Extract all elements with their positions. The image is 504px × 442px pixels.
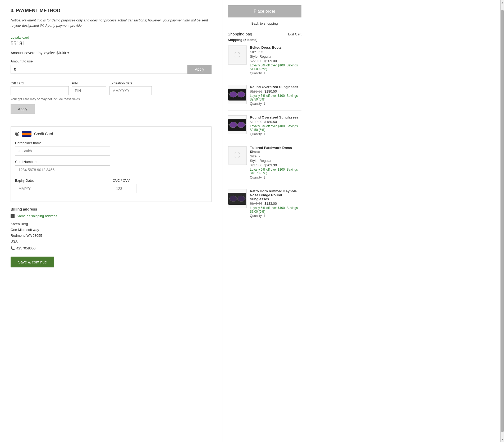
price-original: $214.00 — [250, 163, 262, 167]
cvc-input[interactable] — [113, 184, 136, 193]
credit-card-label: Credit Card — [34, 132, 53, 136]
loyalty-discount: Loyalty 5% off over $100: Savings $9.50 … — [250, 124, 301, 132]
item-price-row: $190.00 $180.50 — [250, 120, 301, 124]
loyalty-apply-button[interactable]: Apply — [187, 65, 212, 74]
item-quantity: Quantity: 1 — [250, 132, 301, 136]
billing-phone-row: 📞 4257058000 — [11, 245, 212, 251]
item-details: Belted Dress Boots Size: 6.5Style: Regul… — [250, 45, 301, 75]
amount-covered-row: Amount covered by loyalty: $0.00 ▾ — [11, 51, 212, 55]
expiration-field: Expiration date — [109, 81, 152, 95]
svg-line-3 — [228, 94, 230, 94]
expiration-input[interactable] — [109, 86, 152, 95]
svg-point-6 — [237, 122, 245, 128]
item-name: Round Oversized Sunglasses — [250, 115, 301, 119]
svg-point-5 — [230, 122, 237, 128]
same-as-shipping-checkbox[interactable]: ✓ — [11, 214, 15, 218]
item-image-placeholder: ⛶ — [228, 46, 246, 64]
shipping-label: Shipping (5 items) — [228, 38, 301, 42]
item-image — [228, 189, 247, 208]
card-stripe — [22, 133, 31, 135]
svg-line-4 — [245, 94, 246, 94]
save-continue-button[interactable]: Save & continue — [11, 257, 54, 267]
amount-to-use-label: Amount to use — [11, 59, 212, 63]
cart-item: Round Oversized Sunglasses $190.00 $180.… — [228, 85, 301, 111]
item-name: Retro Horn Rimmed Keyhole Nose Bridge Ro… — [250, 189, 301, 201]
gift-card-field: Gift card — [11, 81, 69, 95]
item-details: Round Oversized Sunglasses $190.00 $180.… — [250, 85, 301, 106]
cardholder-input[interactable] — [15, 147, 110, 156]
item-quantity: Quantity: 1 — [250, 102, 301, 106]
scroll-down-arrow[interactable]: ▼ — [500, 437, 504, 442]
item-name: Round Oversized Sunglasses — [250, 85, 301, 89]
svg-line-9 — [245, 124, 246, 125]
cart-item: Round Oversized Sunglasses $190.00 $180.… — [228, 115, 301, 141]
section-title: 3. PAYMENT METHOD — [11, 8, 212, 13]
gift-card-apply-button[interactable]: Apply — [11, 104, 35, 114]
shopping-bag-title: Shopping bag — [228, 32, 252, 36]
back-to-shopping: Back to shopping — [228, 21, 301, 25]
svg-line-8 — [228, 124, 230, 125]
card-number-label: Card Number: — [15, 160, 206, 164]
price-original: $140.00 — [250, 202, 262, 206]
same-as-shipping-label: Same as shipping address — [17, 214, 57, 218]
amount-covered-dropdown[interactable]: ▾ — [67, 51, 69, 55]
back-to-shopping-link[interactable]: Back to shopping — [251, 21, 278, 25]
loyalty-discount: Loyalty 5% off over $100: Savings $9.50 … — [250, 94, 301, 101]
radio-inner — [16, 133, 18, 135]
card-number-input[interactable] — [15, 165, 110, 174]
expiry-label: Expiry Date: — [15, 179, 108, 183]
price-discounted: $180.50 — [264, 120, 277, 124]
price-discounted: $180.50 — [264, 89, 277, 93]
expiration-label: Expiration date — [109, 81, 152, 85]
card-number-group: Card Number: — [15, 160, 206, 174]
billing-address-info: Karen Berg One Microsoft way Redmond WA … — [11, 221, 212, 251]
loyalty-discount: Loyalty 5% off over $100: Savings $11.00… — [250, 63, 301, 71]
svg-point-1 — [237, 92, 245, 97]
expiry-cvc-row: Expiry Date: CVC / CVV: — [15, 179, 206, 197]
svg-line-14 — [245, 198, 246, 199]
cardholder-label: Cardholder name: — [15, 141, 206, 145]
loyalty-discount: Loyalty 5% off over $100: Savings $7.00 … — [250, 206, 301, 213]
item-price-row: $220.00 $209.00 — [250, 59, 301, 63]
gift-card-label: Gift card — [11, 81, 69, 85]
pin-field: PIN — [72, 81, 106, 95]
gift-card-section: Gift card PIN Expiration date Your gift … — [11, 81, 212, 121]
price-original: $190.00 — [250, 89, 262, 93]
item-details: Tailored Patchwork Dress Shoes Size: 7St… — [250, 146, 301, 179]
sidebar: Place order Back to shopping Shopping ba… — [222, 0, 307, 442]
expiry-group: Expiry Date: — [15, 179, 108, 193]
edit-cart-link[interactable]: Edit Cart — [288, 32, 301, 36]
credit-card-radio[interactable] — [15, 132, 19, 136]
scroll-thumb[interactable] — [501, 10, 504, 432]
cardholder-group: Cardholder name: — [15, 141, 206, 156]
amount-input[interactable] — [11, 65, 187, 74]
item-size: Size: 7 — [250, 154, 301, 158]
expiry-input[interactable] — [15, 184, 52, 193]
loyalty-label: Loyalty card — [11, 35, 212, 39]
pin-input[interactable] — [72, 86, 106, 95]
billing-address1: One Microsoft way — [11, 227, 212, 233]
billing-address-section: Billing address ✓ Same as shipping addre… — [11, 207, 212, 251]
shopping-bag-header: Shopping bag Edit Cart — [228, 32, 301, 36]
notice-text: Notice: Payment info is for demo purpose… — [11, 18, 212, 28]
scroll-up-arrow[interactable]: ▲ — [500, 0, 504, 5]
item-style: Style: Regular — [250, 54, 301, 58]
item-details: Round Oversized Sunglasses $190.00 $180.… — [250, 115, 301, 136]
scrollbar[interactable]: ▲ ▼ — [500, 0, 504, 442]
svg-point-10 — [230, 196, 237, 202]
loyalty-discount: Loyalty 5% off over $100: Savings $10.70… — [250, 168, 301, 175]
gift-card-input[interactable] — [11, 86, 69, 95]
pin-label: PIN — [72, 81, 106, 85]
item-name: Tailored Patchwork Dress Shoes — [250, 146, 301, 154]
amount-covered-value: $0.00 — [57, 51, 66, 55]
item-price-row: $190.00 $180.50 — [250, 89, 301, 93]
loyalty-number: 55131 — [11, 40, 212, 47]
place-order-button[interactable]: Place order — [228, 5, 301, 17]
item-price-row: $214.00 $203.30 — [250, 163, 301, 167]
price-discounted: $133.00 — [264, 202, 277, 206]
billing-phone: 4257058000 — [16, 245, 35, 251]
amount-covered-label: Amount covered by loyalty: — [11, 51, 55, 55]
price-discounted: $209.00 — [264, 59, 277, 63]
credit-card-section: Credit Card Cardholder name: Card Number… — [11, 126, 212, 202]
price-original: $220.00 — [250, 59, 262, 63]
